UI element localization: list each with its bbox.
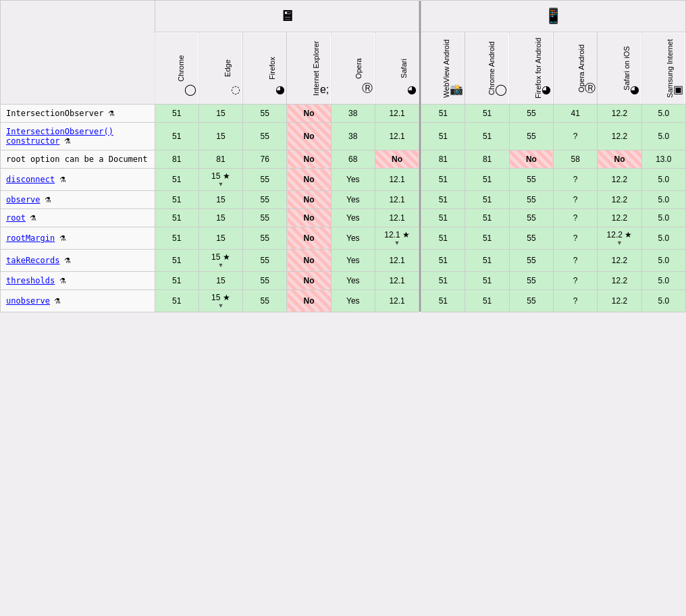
version-value: 51 <box>172 256 181 265</box>
version-value: 15 <box>211 171 220 181</box>
compat-cell: No <box>375 150 419 168</box>
version-value: 5.0 <box>658 233 669 243</box>
group-header-row: 🖥 📱 <box>1 1 686 32</box>
dropdown-arrow: ▼ <box>599 240 639 246</box>
compat-cell: 55 <box>243 190 287 208</box>
experimental-icon: ⚗ <box>45 196 51 204</box>
experimental-icon: ⚗ <box>59 277 66 285</box>
version-value: 51 <box>172 109 181 118</box>
compat-cell: 51 <box>421 122 465 150</box>
feature-code: unobserve <box>6 296 50 306</box>
table-row: unobserve ⚗5115 ★▼55NoYes12.1515155?12.2… <box>1 289 686 312</box>
compat-cell: 51 <box>155 208 199 227</box>
compat-cell: ? <box>554 168 598 190</box>
compat-cell: 41 <box>554 104 598 122</box>
compat-cell: No <box>287 104 331 122</box>
samsung-icon: ▣ <box>674 83 684 96</box>
compat-cell: No <box>287 271 331 289</box>
experimental-icon: ⚗ <box>54 297 61 305</box>
compat-cell: 12.2 <box>598 104 641 122</box>
compat-cell: 51 <box>421 249 465 271</box>
desktop-icon: 🖥 <box>280 7 294 24</box>
chrome-android-icon: ◯ <box>496 83 508 96</box>
compat-cell: Yes <box>331 271 375 289</box>
version-value: 12.1 <box>389 276 404 285</box>
compat-cell: 55 <box>243 227 287 249</box>
compat-cell: 81 <box>465 150 509 168</box>
feature-link[interactable]: rootMargin <box>6 233 55 243</box>
version-value: 15 <box>216 233 225 243</box>
compat-cell: 13.0 <box>641 150 685 168</box>
version-value: 15 <box>216 195 225 204</box>
compat-cell: 55 <box>243 104 287 122</box>
compat-cell: 51 <box>465 190 509 208</box>
version-value: 68 <box>348 155 357 164</box>
version-value: 12.1 <box>389 296 404 306</box>
version-value: 51 <box>172 233 181 243</box>
compat-cell: No <box>287 208 331 227</box>
compat-cell: 12.1 <box>375 168 419 190</box>
version-value: 51 <box>439 132 448 141</box>
table-row: observe ⚗511555NoYes12.1515155?12.25.0 <box>1 190 686 208</box>
version-value: 5.0 <box>658 296 669 306</box>
compat-cell: 55 <box>509 122 553 150</box>
compat-cell: 51 <box>465 249 509 271</box>
feature-col-header <box>1 1 155 105</box>
compat-cell: ? <box>554 190 598 208</box>
compat-cell: No <box>287 249 331 271</box>
compat-cell: Yes <box>331 289 375 312</box>
compat-table: 🖥 📱 Chrome◯ Edge◌ Firefox◕ <box>0 0 686 312</box>
version-value: 41 <box>571 109 580 118</box>
opera-icon: Ⓡ <box>363 82 373 96</box>
opera-android-icon: Ⓡ <box>585 82 596 96</box>
no-value: No <box>304 132 315 141</box>
version-value: 5.0 <box>658 256 669 265</box>
version-value: 55 <box>527 276 535 285</box>
feature-link[interactable]: IntersectionObserver() constructor <box>6 127 113 146</box>
feature-link[interactable]: root <box>6 213 26 223</box>
compat-cell: 38 <box>331 122 375 150</box>
compat-cell: 51 <box>465 104 509 122</box>
browser-safari: Safari◕ <box>375 32 419 105</box>
compat-cell: ? <box>554 227 598 249</box>
compat-cell: 15 ★▼ <box>199 289 242 312</box>
feature-name-cell: unobserve ⚗ <box>1 289 155 312</box>
compat-cell: 58 <box>554 150 598 168</box>
feature-link[interactable]: unobserve <box>6 296 50 306</box>
experimental-icon: ⚗ <box>59 234 66 242</box>
feature-link[interactable]: takeRecords <box>6 256 59 265</box>
browser-firefox-android: Firefox for Android◕ <box>509 32 553 105</box>
version-value: 51 <box>483 213 492 223</box>
compat-cell: 15 <box>199 122 242 150</box>
compat-cell: 15 <box>199 208 242 227</box>
version-value: ? <box>573 195 578 204</box>
feature-link[interactable]: thresholds <box>6 276 55 285</box>
version-value: 15 <box>211 252 220 262</box>
compat-cell: 5.0 <box>641 168 685 190</box>
browser-chrome-android: Chrome Android◯ <box>465 32 509 105</box>
version-value: 55 <box>527 256 535 265</box>
version-value: 55 <box>527 213 535 223</box>
feature-name-cell: IntersectionObserver ⚗ <box>1 104 155 122</box>
feature-link[interactable]: observe <box>6 195 41 204</box>
version-value: 51 <box>439 175 448 184</box>
compat-cell: 15 ★▼ <box>199 249 242 271</box>
compat-cell: 55 <box>509 249 553 271</box>
compat-cell: 5.0 <box>641 271 685 289</box>
version-value: ? <box>573 256 578 265</box>
version-value: ? <box>573 213 578 223</box>
compat-cell: No <box>287 122 331 150</box>
version-value: ? <box>573 276 578 285</box>
version-value: 12.1 <box>389 195 404 204</box>
firefox-icon: ◕ <box>275 83 285 96</box>
ie-icon: e; <box>320 84 329 96</box>
version-value: Yes <box>346 195 360 204</box>
compat-cell: ? <box>554 249 598 271</box>
version-value: 5.0 <box>658 175 669 184</box>
desktop-group-header: 🖥 <box>155 1 419 32</box>
version-value: 15 <box>216 276 225 285</box>
feature-link[interactable]: disconnect <box>6 175 55 184</box>
compat-cell: 51 <box>155 227 199 249</box>
compat-cell: 5.0 <box>641 104 685 122</box>
version-value: 15 <box>216 109 225 118</box>
